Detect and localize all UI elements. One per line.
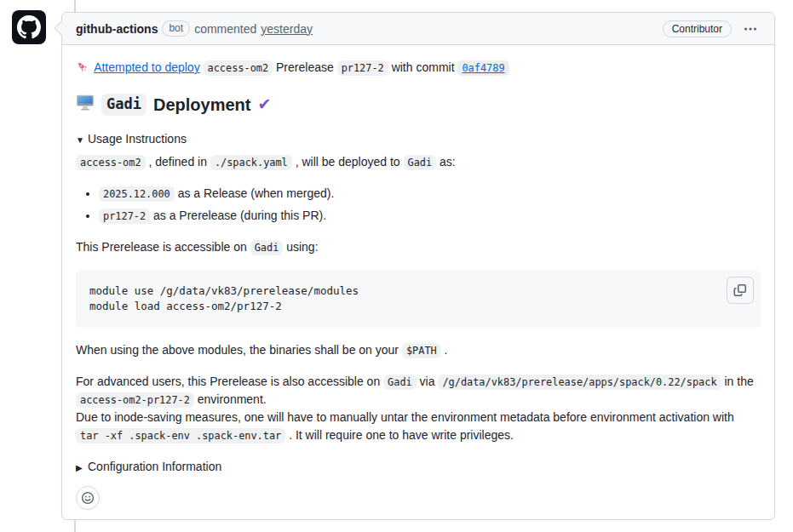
inode-pre-text: Due to inode-saving measures, one will h… (76, 410, 734, 424)
prerelease-tag-code: pr127-2 (99, 209, 150, 224)
as-text: as: (440, 155, 456, 169)
comment-header: github-actions bot commented yesterday C… (62, 13, 774, 45)
inode-post-text: . It will require one to have write priv… (289, 428, 514, 442)
host-code: Gadi (404, 155, 437, 170)
comment-options-button[interactable] (740, 20, 761, 37)
code-line: module use /g/data/vk83/prerelease/modul… (89, 283, 747, 299)
commented-label: commented (194, 22, 256, 36)
release-version-code: 2025.12.000 (99, 186, 175, 202)
usage-instructions-summary[interactable]: ▼Usage Instructions (76, 130, 761, 148)
avatar[interactable] (12, 10, 46, 44)
prerelease-text: as a Prerelease (during this PR). (153, 209, 326, 222)
advanced-users-paragraph: For advanced users, this Prerelease is a… (76, 373, 761, 444)
tag-code: pr127-2 (337, 60, 388, 76)
comment-author-link[interactable]: github-actions (76, 22, 158, 36)
copy-icon (733, 283, 747, 297)
attempted-to-deploy-link[interactable]: Attempted to deploy (94, 60, 200, 74)
deployment-heading: Gadi Deployment ✔ (76, 93, 761, 117)
github-logo-icon (17, 15, 41, 39)
spack-path-code: /g/data/vk83/prerelease/apps/spack/0.22/… (438, 375, 721, 390)
rocket-icon (76, 60, 89, 79)
triangle-down-icon: ▼ (76, 134, 88, 146)
kebab-horizontal-icon (744, 22, 757, 36)
access-pre-text: This Prerelease is accessible on (76, 240, 247, 254)
environment-text: environment. (198, 392, 267, 406)
in-the-text: in the (724, 375, 753, 388)
spack-yaml-code: ./spack.yaml (210, 155, 292, 170)
list-item: pr127-2 as a Prerelease (during this PR)… (99, 207, 761, 225)
timeline-line-top (74, 0, 76, 12)
timestamp-link[interactable]: yesterday (261, 22, 313, 36)
via-text: via (420, 375, 435, 388)
heading-title: Deployment (153, 94, 250, 116)
deploy-target-list: 2025.12.000 as a Release (when merged). … (76, 185, 761, 225)
comment-card: github-actions bot commented yesterday C… (61, 12, 775, 520)
check-mark-icon: ✔ (257, 94, 271, 115)
usage-summary-label: Usage Instructions (88, 132, 187, 146)
env-code: access-om2 (204, 60, 273, 76)
smiley-icon (81, 491, 95, 505)
triangle-right-icon: ▶ (76, 461, 88, 474)
deploy-status-line: Attempted to deploy access-om2 Prereleas… (76, 59, 761, 79)
tar-command-code: tar -xf .spack-env .spack-env.tar (76, 428, 285, 443)
reactions-bar (76, 486, 761, 510)
comment-body: Attempted to deploy access-om2 Prereleas… (62, 45, 774, 523)
module-code-block: module use /g/data/vk83/prerelease/modul… (76, 270, 761, 328)
desktop-computer-icon (76, 93, 95, 117)
copy-button[interactable] (727, 277, 754, 304)
usage-intro-line: access-om2 , defined in ./spack.yaml , w… (76, 153, 761, 171)
config-summary-label: Configuration Information (88, 460, 221, 473)
pr-timeline-page: github-actions bot commented yesterday C… (0, 0, 793, 532)
access-post-text: using: (286, 240, 318, 254)
code-line: module load access-om2/pr127-2 (89, 299, 747, 314)
defined-in-text: , defined in (148, 155, 207, 169)
list-item: 2025.12.000 as a Release (when merged). (99, 185, 761, 203)
usage-details: ▼Usage Instructions access-om2 , defined… (76, 130, 761, 444)
host-code: Gadi (250, 240, 284, 255)
path-pre-text: When using the above modules, the binari… (76, 343, 399, 357)
path-post-text: . (445, 343, 448, 357)
advanced-pre-text: For advanced users, this Prerelease is a… (76, 375, 380, 388)
access-line: This Prerelease is accessible on Gadi us… (76, 238, 761, 256)
configuration-information-summary[interactable]: ▶Configuration Information (76, 458, 761, 476)
add-reaction-button[interactable] (76, 486, 100, 510)
env-code: access-om2 (76, 155, 146, 170)
path-code: $PATH (402, 343, 441, 358)
host-code: Gadi (383, 375, 417, 390)
heading-host-code: Gadi (101, 94, 147, 115)
commit-link[interactable]: 0af4789 (457, 60, 509, 76)
bot-badge: bot (162, 20, 190, 37)
with-commit-label: with commit (392, 60, 455, 74)
contributor-badge: Contributor (663, 20, 732, 37)
prerelease-word: Prerelease (276, 60, 334, 74)
deploy-to-text: , will be deployed to (296, 155, 400, 169)
env-name-code: access-om2-pr127-2 (76, 392, 194, 408)
release-text: as a Release (when merged). (178, 186, 335, 200)
path-line: When using the above modules, the binari… (76, 341, 761, 359)
